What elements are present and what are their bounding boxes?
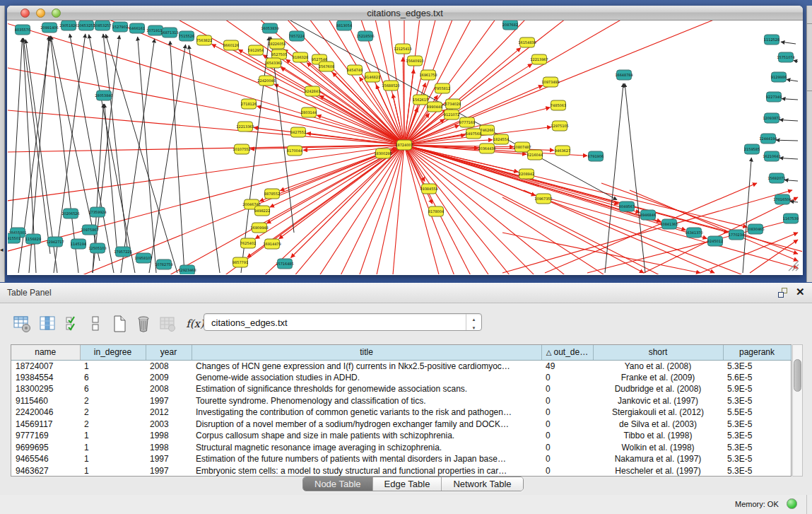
table-select-dropdown[interactable]: citations_edges.txt ▲▼	[204, 313, 482, 331]
graph-node[interactable]: 16053839	[261, 23, 278, 33]
graph-node[interactable]: 16154838	[518, 37, 536, 47]
graph-node[interactable]: 10975867	[81, 225, 98, 235]
float-panel-button[interactable]	[777, 287, 789, 299]
table-row[interactable]: 1830029562008Estimation of significance …	[11, 383, 791, 395]
graph-canvas[interactable]: 4035570209914062305182610653257108532571…	[8, 21, 802, 274]
graph-node[interactable]: 1167539	[783, 214, 799, 223]
graph-node[interactable]: 3915501	[8, 233, 20, 243]
graph-node[interactable]: 12125413	[394, 44, 411, 54]
graph-node[interactable]: 7857224	[289, 31, 305, 41]
graph-node[interactable]: 20364436	[478, 144, 495, 153]
table-row[interactable]: 946362711997Embryonic stem cells: a mode…	[11, 465, 791, 477]
graph-node[interactable]: 6734028	[445, 99, 461, 109]
graph-node[interactable]: 10967355	[534, 194, 552, 204]
column-header-short[interactable]: short	[593, 345, 723, 360]
graph-node[interactable]: 746266	[480, 125, 495, 135]
graph-node[interactable]: 2718126	[241, 99, 257, 109]
graph-node[interactable]: 16648784	[615, 70, 632, 80]
graph-node[interactable]: 2208942	[519, 169, 534, 179]
select-rows-button[interactable]	[64, 314, 83, 334]
graph-node[interactable]: 7563822	[196, 35, 212, 45]
table-row[interactable]: 946554611997Estimation of the future num…	[11, 453, 791, 465]
create-column-button[interactable]	[110, 314, 130, 334]
graph-node[interactable]: 10107552	[233, 144, 250, 154]
graph-node[interactable]: 8946846	[640, 210, 656, 220]
graph-node[interactable]: 6466161	[129, 23, 145, 33]
graph-node[interactable]: 15716485	[276, 259, 293, 269]
table-mode-button[interactable]	[13, 314, 33, 334]
graph-node[interactable]: 5912954	[248, 45, 264, 55]
graph-node[interactable]: 6791906	[588, 151, 604, 161]
delete-column-button[interactable]	[134, 314, 154, 334]
graph-node[interactable]: 16210643	[763, 151, 780, 161]
graph-node[interactable]: 15688520	[382, 81, 399, 90]
graph-node[interactable]: 8186328	[293, 52, 308, 62]
graph-node[interactable]: 16961758	[419, 70, 437, 80]
graph-node[interactable]: 6216044	[527, 150, 543, 160]
graph-node[interactable]: 20206526	[61, 209, 79, 218]
graph-node[interactable]: 1112528	[764, 35, 779, 45]
table-row[interactable]: 977716911998Corpus callosum shape and si…	[11, 430, 791, 442]
graph-node[interactable]: 8454749	[347, 65, 363, 75]
graph-node[interactable]: 19384554	[420, 184, 437, 194]
graph-node[interactable]: 9857791	[233, 257, 248, 267]
graph-node[interactable]: 9129986	[771, 72, 787, 82]
graph-node[interactable]: 20991406	[40, 23, 58, 33]
graph-node[interactable]: 16543362	[264, 58, 282, 68]
graph-node[interactable]: 1824554	[493, 134, 509, 144]
graph-node[interactable]: 8170044	[287, 146, 302, 156]
row-height-button[interactable]	[86, 314, 106, 334]
graph-node[interactable]: 17359924	[88, 207, 106, 217]
graph-node[interactable]: 9245012	[707, 236, 723, 246]
column-header-in_degree[interactable]: in_degree	[80, 345, 146, 360]
graph-node[interactable]: 18724007	[395, 140, 413, 150]
graph-node[interactable]: 7625402	[240, 238, 256, 248]
vertical-scrollbar[interactable]	[792, 344, 803, 477]
panel-close-button[interactable]: ✕	[796, 286, 805, 298]
graph-node[interactable]: 15218506	[356, 31, 374, 41]
graph-node[interactable]: 2159585	[744, 144, 760, 154]
window-resize-grip[interactable]	[787, 259, 800, 272]
column-header-name[interactable]: name	[11, 345, 80, 360]
graph-node[interactable]: 4035570	[15, 25, 30, 35]
graph-node[interactable]: 9227349	[766, 92, 782, 102]
graph-node[interactable]: 17016504	[773, 194, 791, 204]
column-header-out_de[interactable]: △out_de…	[541, 345, 593, 360]
graph-node[interactable]: 6497568	[466, 129, 481, 139]
graph-node[interactable]: 16341370	[685, 228, 702, 238]
graph-node[interactable]: 12213967	[530, 54, 548, 64]
graph-node[interactable]: 23051826	[59, 21, 77, 30]
graph-node[interactable]: 8813054	[336, 21, 352, 30]
scrollbar-thumb[interactable]	[794, 359, 801, 392]
delete-table-button[interactable]	[158, 314, 178, 334]
graph-node[interactable]: 10958107	[134, 253, 152, 263]
tab-node-table[interactable]: Node Table	[303, 477, 373, 491]
function-builder-button[interactable]: f(x)	[185, 314, 205, 334]
graph-node[interactable]: 9498222	[254, 206, 270, 216]
graph-node[interactable]: 8427552	[290, 127, 306, 137]
table-row[interactable]: 1872400712008Changes of HCN gene express…	[11, 360, 791, 372]
graph-node[interactable]: 16909948	[250, 223, 268, 233]
window-titlebar[interactable]: citations_edges.txt	[7, 6, 803, 21]
graph-node[interactable]: 1770234	[729, 230, 744, 240]
tab-edge-table[interactable]: Edge Table	[373, 477, 442, 491]
graph-node[interactable]: 10782759	[155, 259, 172, 269]
graph-node[interactable]: 1145194	[71, 239, 86, 249]
graph-node[interactable]: 10830465	[746, 224, 764, 234]
graph-node[interactable]: 7485063	[551, 100, 566, 110]
table-row[interactable]: 1456911722003Disruption of a novel membe…	[11, 419, 791, 431]
graph-node[interactable]: 18300295	[374, 148, 392, 158]
graph-node[interactable]: 1562615	[413, 95, 428, 105]
graph-node[interactable]: 1156829	[25, 234, 41, 244]
graph-node[interactable]: 16871313	[160, 28, 178, 37]
graph-node[interactable]: 10841365	[660, 219, 678, 229]
graph-node[interactable]: 18226058	[268, 39, 286, 49]
show-columns-button[interactable]	[38, 314, 58, 334]
column-header-year[interactable]: year	[146, 345, 192, 360]
graph-node[interactable]: 10853257	[93, 21, 111, 30]
graph-node[interactable]: 8990448	[427, 102, 442, 112]
table-row[interactable]: 911546021997Tourette syndrome. Phenomeno…	[11, 395, 791, 407]
graph-node[interactable]: 22420046	[257, 76, 275, 86]
graph-node[interactable]: 12975105	[551, 121, 568, 131]
graph-node[interactable]: 12093872	[763, 113, 780, 123]
